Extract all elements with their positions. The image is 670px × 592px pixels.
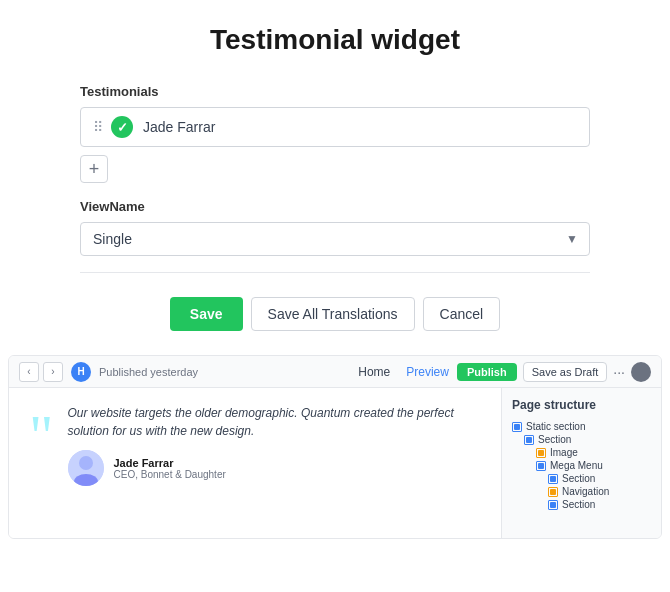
section-icon (524, 435, 534, 445)
tree-item-section-2: Section (512, 472, 651, 485)
author-photo (68, 450, 104, 486)
section-icon (548, 500, 558, 510)
save-draft-button[interactable]: Save as Draft (523, 362, 608, 382)
tree-label: Image (550, 447, 578, 458)
nav-back-button[interactable]: ‹ (19, 362, 39, 382)
structure-tree: Static section Section Image Mega Menu S… (512, 420, 651, 511)
testimonial-item[interactable]: ⠿ Jade Farrar (80, 107, 590, 147)
page-structure-panel: Page structure Static section Section Im… (501, 388, 661, 538)
section-icon (548, 474, 558, 484)
preview-topbar: ‹ › H Published yesterday Home Preview P… (9, 356, 661, 388)
page-title: Testimonial widget (80, 24, 590, 56)
check-icon (111, 116, 133, 138)
image-icon (536, 448, 546, 458)
testimonials-section: Testimonials ⠿ Jade Farrar + (80, 84, 590, 183)
drag-handle-icon: ⠿ (93, 119, 103, 135)
tree-label: Mega Menu (550, 460, 603, 471)
viewname-section: ViewName Single Carousel Grid ▼ (80, 199, 590, 256)
widget-editor: Testimonial widget Testimonials ⠿ Jade F… (0, 0, 670, 355)
preview-testimonial: " Our website targets the older demograp… (9, 388, 501, 538)
author-avatar-svg (68, 450, 104, 486)
author-row: Jade Farrar CEO, Bonnet & Daughter (68, 450, 482, 486)
tree-label: Section (538, 434, 571, 445)
tree-label: Static section (526, 421, 585, 432)
quote-mark-icon: " (29, 412, 54, 460)
nav-arrows: ‹ › (19, 362, 63, 382)
publish-button[interactable]: Publish (457, 363, 517, 381)
testimonial-name: Jade Farrar (143, 119, 577, 135)
user-avatar-icon (631, 362, 651, 382)
page-name[interactable]: Home (358, 365, 390, 379)
action-buttons: Save Save All Translations Cancel (80, 289, 590, 335)
topbar-right-actions: Publish Save as Draft ··· (457, 362, 651, 382)
published-status: Published yesterday (99, 366, 350, 378)
viewname-select[interactable]: Single Carousel Grid (80, 222, 590, 256)
tree-label: Navigation (562, 486, 609, 497)
preview-body: " Our website targets the older demograp… (9, 388, 661, 538)
tree-item-static-section: Static section (512, 420, 651, 433)
navigation-icon (548, 487, 558, 497)
testimonial-quote-text: Our website targets the older demographi… (68, 404, 482, 440)
tree-label: Section (562, 473, 595, 484)
save-button[interactable]: Save (170, 297, 243, 331)
section-icon (536, 461, 546, 471)
cancel-button[interactable]: Cancel (423, 297, 501, 331)
preview-link[interactable]: Preview (406, 365, 449, 379)
author-name: Jade Farrar (114, 457, 226, 469)
tree-label: Section (562, 499, 595, 510)
tree-item-mega-menu: Mega Menu (512, 459, 651, 472)
more-options-icon[interactable]: ··· (613, 364, 625, 380)
nav-forward-button[interactable]: › (43, 362, 63, 382)
viewname-select-wrapper: Single Carousel Grid ▼ (80, 222, 590, 256)
svg-point-1 (79, 456, 93, 470)
divider (80, 272, 590, 273)
structure-title: Page structure (512, 398, 651, 412)
add-testimonial-button[interactable]: + (80, 155, 108, 183)
preview-container: ‹ › H Published yesterday Home Preview P… (8, 355, 662, 539)
tree-item-image: Image (512, 446, 651, 459)
section-icon (512, 422, 522, 432)
author-info: Jade Farrar CEO, Bonnet & Daughter (114, 457, 226, 480)
viewname-label: ViewName (80, 199, 590, 214)
tree-item-section-1: Section (512, 433, 651, 446)
author-title: CEO, Bonnet & Daughter (114, 469, 226, 480)
save-all-translations-button[interactable]: Save All Translations (251, 297, 415, 331)
tree-item-section-3: Section (512, 498, 651, 511)
user-avatar-home: H (71, 362, 91, 382)
tree-item-navigation: Navigation (512, 485, 651, 498)
testimonial-content: Our website targets the older demographi… (68, 404, 482, 486)
testimonials-label: Testimonials (80, 84, 590, 99)
